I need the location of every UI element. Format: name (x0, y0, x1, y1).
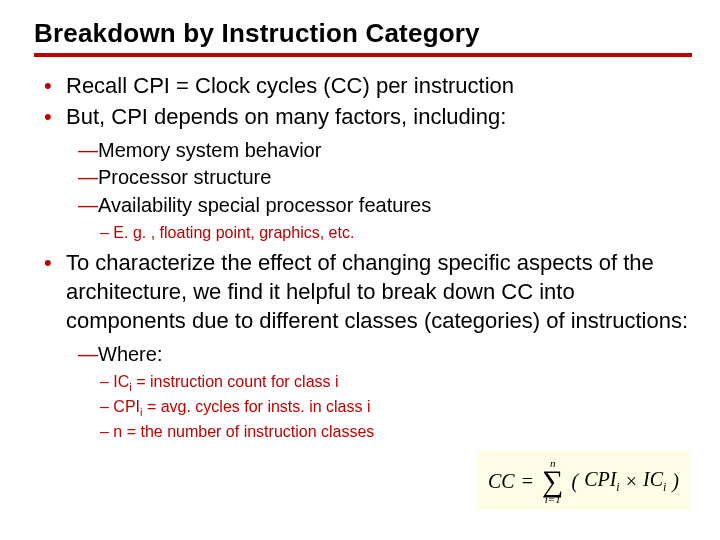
def-ic: – ICi = instruction count for class i (100, 371, 692, 395)
en-dash-icon: – (100, 224, 113, 241)
sub-memory: —Memory system behavior (78, 137, 692, 163)
slide-title: Breakdown by Instruction Category (34, 18, 692, 57)
def-cpi-pre: CPI (113, 398, 140, 415)
bullet-1: Recall CPI = Clock cycles (CC) per instr… (44, 71, 692, 100)
formula-ic-sub: i (663, 480, 666, 494)
sub-processor-text: Processor structure (98, 166, 271, 188)
formula-eq: = (521, 471, 535, 491)
en-dash-icon: – (100, 373, 113, 390)
em-dash-icon: — (78, 194, 98, 216)
bullet-2: But, CPI depends on many factors, includ… (44, 102, 692, 244)
bullet-3-sublist: —Where: – ICi = instruction count for cl… (66, 341, 692, 443)
formula-ic: ICi (643, 469, 666, 493)
bullet-list: Recall CPI = Clock cycles (CC) per instr… (34, 71, 692, 443)
defs-list: – ICi = instruction count for class i – … (78, 371, 692, 442)
slide: Breakdown by Instruction Category Recall… (0, 0, 720, 540)
formula-cpi-text: CPI (584, 468, 616, 490)
formula-lhs: CC (488, 471, 515, 491)
bullet-3-text: To characterize the effect of changing s… (66, 250, 688, 333)
bullet-2-text: But, CPI depends on many factors, includ… (66, 104, 506, 129)
formula-open-paren: ( (571, 471, 578, 491)
bullet-2-subsub: – E. g. , floating point, graphics, etc. (78, 222, 692, 244)
def-n: – n = the number of instruction classes (100, 421, 692, 443)
sub-where-text: Where: (98, 343, 162, 365)
sigma-icon: n ∑ i=1 (542, 458, 563, 506)
sub-processor: —Processor structure (78, 164, 692, 190)
en-dash-icon: – (100, 398, 113, 415)
formula-close-paren: ) (672, 471, 679, 491)
sub-features-text: Availability special processor features (98, 194, 431, 216)
formula: CC = n ∑ i=1 ( CPIi × ICi ) (488, 458, 679, 506)
bullet-3: To characterize the effect of changing s… (44, 248, 692, 443)
def-ic-post: = instruction count for class i (132, 373, 339, 390)
formula-cpi-sub: i (616, 480, 619, 494)
formula-times: × (626, 471, 637, 491)
em-dash-icon: — (78, 343, 98, 365)
def-cpi: – CPIi = avg. cycles for insts. in class… (100, 396, 692, 420)
sigma-lower: i=1 (545, 494, 561, 505)
sub-features: —Availability special processor features… (78, 192, 692, 244)
sub-where: —Where: – ICi = instruction count for cl… (78, 341, 692, 443)
formula-box: CC = n ∑ i=1 ( CPIi × ICi ) (477, 451, 690, 511)
bullet-2-sublist: —Memory system behavior —Processor struc… (66, 137, 692, 244)
sub-memory-text: Memory system behavior (98, 139, 321, 161)
em-dash-icon: — (78, 166, 98, 188)
def-cpi-post: = avg. cycles for insts. in class i (142, 398, 370, 415)
sigma-symbol: ∑ (542, 470, 563, 493)
def-n-text: n = the number of instruction classes (113, 423, 374, 440)
en-dash-icon: – (100, 423, 113, 440)
em-dash-icon: — (78, 139, 98, 161)
sub-features-eg: – E. g. , floating point, graphics, etc. (100, 222, 692, 244)
formula-ic-text: IC (643, 468, 663, 490)
sub-features-eg-text: E. g. , floating point, graphics, etc. (113, 224, 354, 241)
def-ic-pre: IC (113, 373, 129, 390)
formula-cpi: CPIi (584, 469, 620, 493)
